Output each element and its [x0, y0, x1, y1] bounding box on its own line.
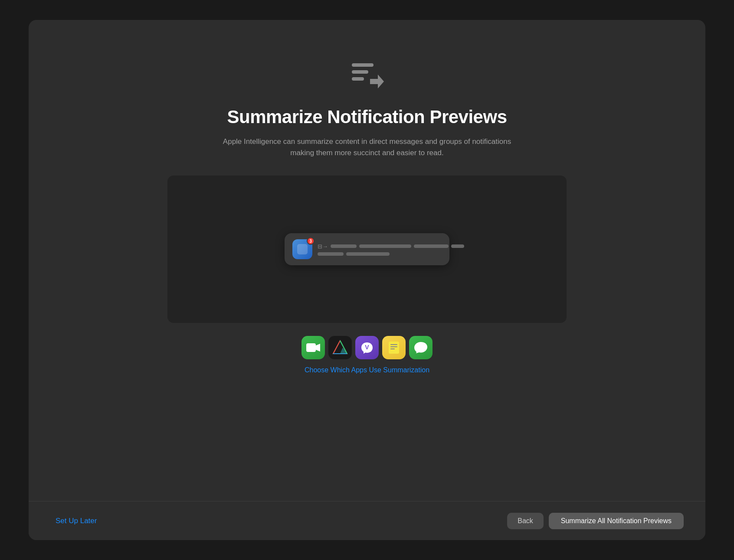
svg-marker-11: [340, 348, 347, 354]
text-row-1: [318, 252, 464, 256]
svg-text:V: V: [365, 344, 369, 351]
notes-app-icon: [382, 336, 406, 359]
summarize-button[interactable]: Summarize All Notification Previews: [549, 513, 684, 529]
notif-summarize-icon: ⊟→: [318, 243, 328, 250]
apps-row: V: [301, 336, 433, 359]
svg-rect-13: [389, 342, 399, 354]
notif-icon-row: ⊟→: [318, 243, 464, 250]
facetime-app-icon: [301, 336, 325, 359]
text-line-1: [331, 244, 357, 248]
text-lines: [318, 252, 464, 256]
notification-text: ⊟→: [318, 243, 464, 256]
messages-app-icon: [409, 336, 433, 359]
preview-area: 3 ⊟→: [167, 176, 567, 323]
prism-app-icon: [328, 336, 352, 359]
text-line-2: [359, 244, 411, 248]
page-subtitle: Apple Intelligence can summarize content…: [220, 136, 514, 158]
svg-rect-0: [352, 63, 374, 67]
svg-rect-15: [390, 346, 397, 347]
page-title: Summarize Notification Previews: [227, 107, 507, 127]
svg-rect-3: [297, 244, 308, 254]
footer-buttons: Back Summarize All Notification Previews: [507, 513, 684, 529]
svg-rect-14: [390, 344, 397, 345]
svg-rect-4: [306, 343, 316, 352]
svg-rect-1: [352, 70, 368, 74]
svg-rect-16: [390, 348, 395, 349]
text-line-4: [451, 244, 464, 248]
svg-line-7: [333, 341, 340, 354]
main-window: Summarize Notification Previews Apple In…: [29, 20, 705, 540]
svg-marker-5: [316, 344, 320, 352]
text-line-5: [318, 252, 344, 256]
text-line-6: [346, 252, 390, 256]
notification-badge: 3: [307, 237, 315, 245]
main-content: Summarize Notification Previews Apple In…: [29, 20, 705, 501]
feature-icon: [347, 55, 387, 94]
notification-card: 3 ⊟→: [285, 233, 449, 265]
viber-app-icon: V: [355, 336, 379, 359]
footer: Set Up Later Back Summarize All Notifica…: [29, 501, 705, 540]
set-up-later-button[interactable]: Set Up Later: [50, 513, 102, 529]
back-button[interactable]: Back: [507, 513, 544, 529]
text-line-3: [414, 244, 449, 248]
choose-apps-link[interactable]: Choose Which Apps Use Summarization: [305, 366, 429, 374]
svg-rect-2: [352, 77, 364, 81]
app-icon-container: 3: [292, 239, 312, 259]
